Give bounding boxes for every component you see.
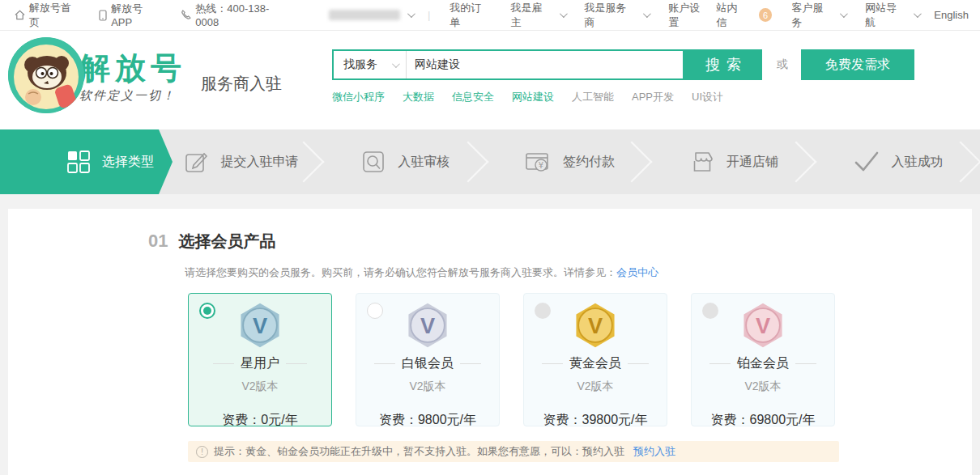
logo-monkey-icon xyxy=(8,37,84,113)
chevron-down-icon xyxy=(643,10,651,18)
home-link[interactable]: 解放号首页 xyxy=(15,1,81,30)
step-label: 签约付款 xyxy=(563,154,615,171)
step-separator xyxy=(611,142,653,183)
reserve-entry-link[interactable]: 预约入驻 xyxy=(633,444,675,459)
my-orders-link[interactable]: 我的订单 xyxy=(450,1,491,30)
main-panel: 01 选择会员产品 请选择您要购买的会员服务。购买前，请务必确认您符合解放号服务… xyxy=(8,209,972,475)
logo[interactable]: 解放号 软件定义一切！ xyxy=(8,37,186,113)
step-open-shop: 开通店铺 xyxy=(651,129,816,194)
product-version: V2版本 xyxy=(241,380,278,394)
divider: | xyxy=(428,9,430,21)
step-label: 开通店铺 xyxy=(726,154,778,171)
step-separator xyxy=(283,142,324,183)
home-label: 解放号首页 xyxy=(29,1,81,30)
product-version: V2版本 xyxy=(409,380,445,394)
svg-text:V: V xyxy=(420,313,435,338)
radio-selected[interactable] xyxy=(199,303,215,319)
product-card-platinum[interactable]: V 铂金会员 V2版本 资费：69800元/年 xyxy=(691,293,835,426)
product-version: V2版本 xyxy=(577,380,613,394)
step-label: 入驻审核 xyxy=(398,154,450,171)
product-price: 资费：0元/年 xyxy=(222,412,297,429)
customer-service-menu[interactable]: 客户服务 xyxy=(791,1,846,30)
step-submit-application: 提交入驻申请 xyxy=(159,129,323,194)
search-category-select[interactable]: 找服务 xyxy=(334,51,407,78)
messages-link[interactable]: 站内信 xyxy=(716,1,747,30)
hot-link[interactable]: 人工智能 xyxy=(572,90,614,104)
product-price: 资费：9800元/年 xyxy=(379,412,476,429)
username-blurred xyxy=(329,10,400,20)
shop-icon xyxy=(689,149,715,175)
topbar: 解放号首页 解放号APP 热线：400-138-0008 | 我的订单 我是雇主 xyxy=(0,0,980,31)
product-card-silver[interactable]: V 白银会员 V2版本 资费：9800元/年 xyxy=(356,293,500,426)
warning-icon: ! xyxy=(196,446,208,458)
or-label: 或 xyxy=(777,57,788,72)
radio-disabled xyxy=(535,303,551,319)
section-title: 选择会员产品 xyxy=(178,231,275,252)
product-card-star-user[interactable]: V 星用户 V2版本 资费：0元/年 xyxy=(188,293,332,426)
product-card-gold[interactable]: V 黄金会员 V2版本 资费：39800元/年 xyxy=(523,293,667,426)
chevron-down-icon xyxy=(840,10,848,18)
member-center-link[interactable]: 会员中心 xyxy=(616,266,658,278)
hot-link[interactable]: 大数据 xyxy=(403,90,434,104)
step-sign-pay: ¥ 签约付款 xyxy=(488,129,652,194)
header: 解放号 软件定义一切！ 服务商入驻 找服务 搜索 或 免费发需求 微信小程序 大… xyxy=(0,31,980,129)
svg-text:V: V xyxy=(588,313,603,338)
payment-icon: ¥ xyxy=(524,149,552,175)
product-name: 星用户 xyxy=(213,355,307,372)
app-label: 解放号APP xyxy=(111,2,163,28)
page-title: 服务商入驻 xyxy=(201,73,282,95)
hot-link[interactable]: APP开发 xyxy=(632,90,674,104)
step-label: 入驻成功 xyxy=(892,154,944,171)
language-switch[interactable]: English xyxy=(934,9,969,21)
hot-links: 微信小程序 大数据 信息安全 网站建设 人工智能 APP开发 UI设计 xyxy=(332,90,914,104)
logo-text: 解放号 软件定义一切！ xyxy=(79,53,186,104)
mobile-icon xyxy=(99,10,107,21)
product-price: 资费：69800元/年 xyxy=(711,412,816,429)
notice-text: 提示：黄金、铂金会员功能正在升级中，暂不支持入驻。如果您有意愿，可以：预约入驻 xyxy=(214,444,624,459)
post-requirement-button[interactable]: 免费发需求 xyxy=(801,49,914,80)
section-number: 01 xyxy=(148,231,168,252)
step-bar: 选择类型 提交入驻申请 入驻审核 ¥ 签约付款 开通店铺 入驻成功 xyxy=(0,129,980,194)
review-icon xyxy=(360,149,386,175)
messages-badge: 6 xyxy=(759,8,773,22)
home-icon xyxy=(15,10,25,20)
search-box: 找服务 xyxy=(332,49,684,80)
grid-icon xyxy=(66,150,91,174)
svg-text:V: V xyxy=(756,313,770,338)
hot-link[interactable]: 信息安全 xyxy=(452,90,494,104)
search-button[interactable]: 搜索 xyxy=(684,49,762,80)
silver-medal-icon: V xyxy=(404,302,451,352)
step-label: 选择类型 xyxy=(102,154,154,171)
svg-text:¥: ¥ xyxy=(539,161,543,170)
logo-slogan: 软件定义一切！ xyxy=(79,88,186,104)
star-user-medal-icon: V xyxy=(236,302,283,352)
employer-menu[interactable]: 我是雇主 xyxy=(511,1,565,30)
account-settings-link[interactable]: 账户设置 xyxy=(668,1,709,30)
phone-icon xyxy=(181,10,191,20)
product-cards: V 星用户 V2版本 资费：0元/年 V 白银会员 V2版本 xyxy=(188,293,972,426)
notice-bar: ! 提示：黄金、铂金会员功能正在升级中，暂不支持入驻。如果您有意愿，可以：预约入… xyxy=(188,441,839,462)
chevron-down-icon xyxy=(392,60,400,68)
step-separator xyxy=(776,142,817,183)
provider-menu[interactable]: 我是服务商 xyxy=(585,1,650,30)
product-price: 资费：39800元/年 xyxy=(543,412,648,429)
gold-medal-icon: V xyxy=(572,302,619,352)
step-select-type: 选择类型 xyxy=(0,129,159,194)
step-review: 入驻审核 xyxy=(323,129,488,194)
logo-title: 解放号 xyxy=(79,53,186,83)
edit-icon xyxy=(183,149,209,175)
hot-link[interactable]: UI设计 xyxy=(692,90,723,104)
chevron-down-icon xyxy=(407,10,415,18)
step-separator xyxy=(940,142,980,183)
radio-unselected[interactable] xyxy=(367,303,383,319)
chevron-down-icon xyxy=(560,10,568,18)
step-success: 入驻成功 xyxy=(816,129,980,194)
hot-link[interactable]: 网站建设 xyxy=(512,90,554,104)
hotline-label: 热线：400-138-0008 xyxy=(195,2,292,28)
platinum-medal-icon: V xyxy=(739,302,786,352)
site-nav-menu[interactable]: 网站导航 xyxy=(865,1,919,30)
search-input[interactable] xyxy=(407,51,683,78)
user-menu[interactable] xyxy=(329,10,413,20)
hot-link[interactable]: 微信小程序 xyxy=(332,90,385,104)
app-link[interactable]: 解放号APP xyxy=(99,2,163,28)
